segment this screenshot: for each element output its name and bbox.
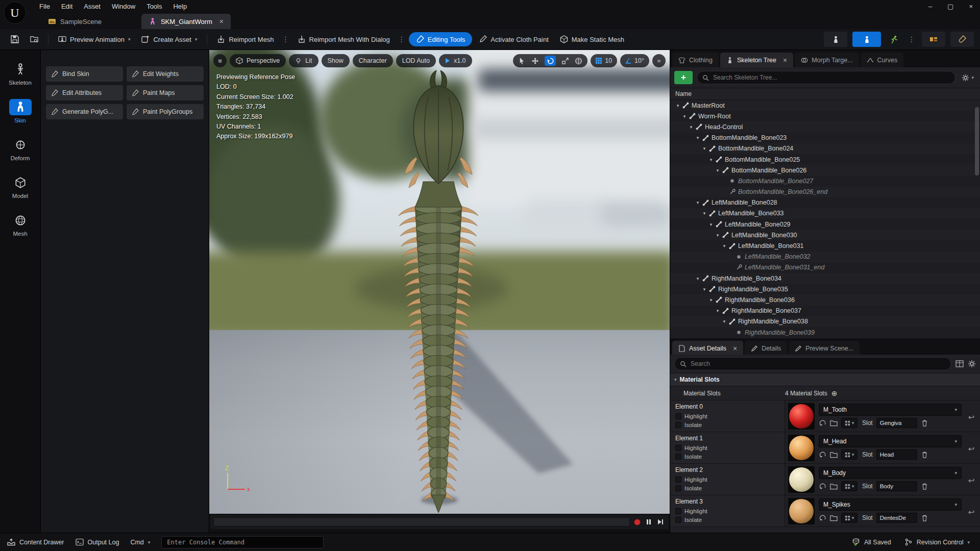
lod-dropdown[interactable]: LOD Auto — [396, 54, 436, 67]
cmd-dropdown[interactable]: Cmd▾ — [130, 539, 150, 546]
material-select[interactable]: M_Tooth▾ — [819, 404, 962, 416]
add-material-slot-icon[interactable]: ⊕ — [831, 389, 838, 397]
reimport-mesh-with-dialog-button[interactable]: Reimport Mesh With Dialog — [293, 32, 395, 46]
scrollbar-thumb[interactable] — [975, 107, 979, 176]
skeleton-tree-row[interactable]: ▾ MasterRoot — [670, 100, 980, 111]
material-select[interactable]: M_Body▾ — [819, 467, 962, 479]
console-command-box[interactable] — [161, 536, 324, 548]
slot-name-input[interactable]: Body — [876, 481, 917, 491]
tool-paint-polygroups[interactable]: Paint PolyGroups — [127, 104, 204, 119]
details-search[interactable] — [674, 357, 951, 370]
skeleton-tree-row[interactable]: ▾ RightMandible_Bone035 — [670, 284, 980, 294]
close-button[interactable]: × — [969, 3, 973, 10]
expander-icon[interactable]: ▾ — [714, 233, 721, 238]
use-selected-asset-icon[interactable] — [819, 483, 826, 490]
skeleton-tree-row[interactable]: ▾ Head-Control — [670, 121, 980, 132]
material-options-dropdown[interactable]: ▾ — [841, 481, 857, 491]
reimport-dialog-options-icon[interactable]: ⋮ — [397, 35, 407, 43]
skeleton-search-input[interactable] — [712, 73, 950, 82]
reimport-mesh-options-icon[interactable]: ⋮ — [281, 35, 291, 43]
tab-preview-scene-[interactable]: Preview Scene... — [789, 341, 860, 356]
tab-asset-details[interactable]: Asset Details× — [672, 341, 743, 356]
isolate-checkbox[interactable]: Isolate — [675, 420, 785, 429]
checkbox[interactable] — [675, 422, 681, 428]
skeleton-tree-row[interactable]: LeftMandible_Bone031_end — [670, 262, 980, 273]
checkbox[interactable] — [675, 485, 681, 491]
tab-clothing[interactable]: Clothing — [672, 53, 719, 67]
highlight-checkbox[interactable]: Highlight — [675, 412, 785, 420]
skeleton-search[interactable] — [697, 71, 955, 84]
use-selected-asset-icon[interactable] — [819, 451, 826, 459]
character-preview-button[interactable] — [852, 32, 881, 47]
slot-name-input[interactable]: DentesDe — [876, 513, 917, 523]
skeleton-tree-row[interactable]: ▾ BottomMandible_Bone025 — [670, 154, 980, 165]
tab-curves[interactable]: Curves — [861, 53, 904, 67]
tab-details[interactable]: Details — [745, 341, 787, 356]
content-drawer-button[interactable]: Content Drawer — [7, 538, 64, 546]
delete-slot-icon[interactable] — [921, 483, 928, 490]
show-dropdown[interactable]: Show — [322, 54, 350, 67]
mode-skin[interactable]: Skin — [3, 96, 38, 127]
save-status-button[interactable]: All Saved — [852, 538, 891, 546]
material-thumbnail[interactable] — [788, 435, 815, 461]
use-selected-asset-icon[interactable] — [819, 419, 826, 427]
browse-to-asset-button[interactable] — [26, 32, 43, 46]
details-settings-icon[interactable] — [968, 360, 976, 368]
material-select[interactable]: M_Head▾ — [819, 435, 962, 447]
column-view-icon[interactable] — [955, 360, 964, 368]
isolate-checkbox[interactable]: Isolate — [675, 515, 785, 524]
reset-material-icon[interactable]: ↩ — [965, 435, 978, 463]
output-log-button[interactable]: Output Log — [76, 538, 119, 546]
skeleton-tree-row[interactable]: ▾ RightMandible_Bone034 — [670, 273, 980, 284]
browse-to-asset-icon[interactable] — [830, 514, 838, 522]
slot-name-input[interactable]: Head — [876, 449, 917, 460]
skeleton-tree-row[interactable]: ▾ RightMandible_Bone037 — [670, 306, 980, 316]
expander-icon[interactable]: ▾ — [707, 157, 715, 162]
skeleton-tree-row[interactable]: ▾ BottomMandible_Bone023 — [670, 133, 980, 143]
preview-profile-button[interactable] — [824, 32, 847, 47]
skeleton-tree-row[interactable]: ▾ LeftMandible_Bone031 — [670, 240, 980, 251]
skeleton-tree-row[interactable]: ▾ LeftMandible_Bone030 — [670, 230, 980, 240]
tool-bind-skin[interactable]: Bind Skin — [46, 66, 123, 82]
material-thumbnail[interactable] — [788, 403, 815, 430]
revision-control-button[interactable]: Revision Control▾ — [904, 538, 970, 546]
expander-icon[interactable]: ▾ — [681, 114, 688, 119]
mode-mesh[interactable]: Mesh — [3, 209, 38, 240]
reimport-mesh-button[interactable]: Reimport Mesh — [212, 32, 278, 46]
tool-paint-maps[interactable]: Paint Maps — [127, 85, 204, 101]
rotation-snap-control[interactable]: 10° — [620, 54, 649, 67]
tree-column-header[interactable]: Name — [670, 88, 980, 100]
playback-speed-button[interactable]: x1.0 — [439, 54, 472, 67]
perspective-dropdown[interactable]: Perspective — [230, 54, 286, 67]
add-bone-button[interactable]: + — [674, 71, 693, 84]
menu-item-edit[interactable]: Edit — [56, 2, 78, 11]
activate-cloth-paint-button[interactable]: Activate Cloth Paint — [474, 32, 553, 46]
checkbox[interactable] — [675, 517, 681, 523]
menu-item-window[interactable]: Window — [106, 2, 141, 11]
world-coordinate-icon[interactable] — [575, 57, 582, 65]
expander-icon[interactable]: ▾ — [701, 146, 708, 151]
checkbox[interactable] — [675, 445, 681, 451]
use-selected-asset-icon[interactable] — [819, 514, 826, 522]
material-thumbnail[interactable] — [788, 466, 815, 493]
checkbox[interactable] — [675, 413, 681, 419]
skeleton-tree-row[interactable]: ▾ LeftMandible_Bone029 — [670, 219, 980, 230]
material-select[interactable]: M_Spikes▾ — [819, 498, 962, 511]
layout-button[interactable] — [922, 32, 945, 47]
pause-button[interactable] — [646, 519, 652, 525]
rotate-tool-icon[interactable] — [545, 56, 556, 66]
unreal-logo[interactable]: U — [4, 2, 26, 24]
appearance-button[interactable] — [950, 32, 974, 47]
tab-SKM_GiantWorm[interactable]: SKM_GiantWorm× — [141, 14, 231, 29]
expander-icon[interactable]: ▾ — [714, 168, 721, 173]
expander-icon[interactable]: ▾ — [694, 135, 701, 140]
editing-tools-button[interactable]: Editing Tools — [409, 32, 472, 46]
make-static-mesh-button[interactable]: Make Static Mesh — [555, 32, 629, 46]
tool-edit-weights[interactable]: Edit Weights — [127, 66, 204, 82]
mode-model[interactable]: Model — [3, 171, 38, 202]
minimize-button[interactable]: – — [928, 3, 932, 10]
highlight-checkbox[interactable]: Highlight — [675, 475, 785, 484]
material-options-dropdown[interactable]: ▾ — [841, 449, 857, 460]
menu-item-tools[interactable]: Tools — [141, 2, 167, 11]
select-tool-icon[interactable] — [518, 57, 526, 65]
